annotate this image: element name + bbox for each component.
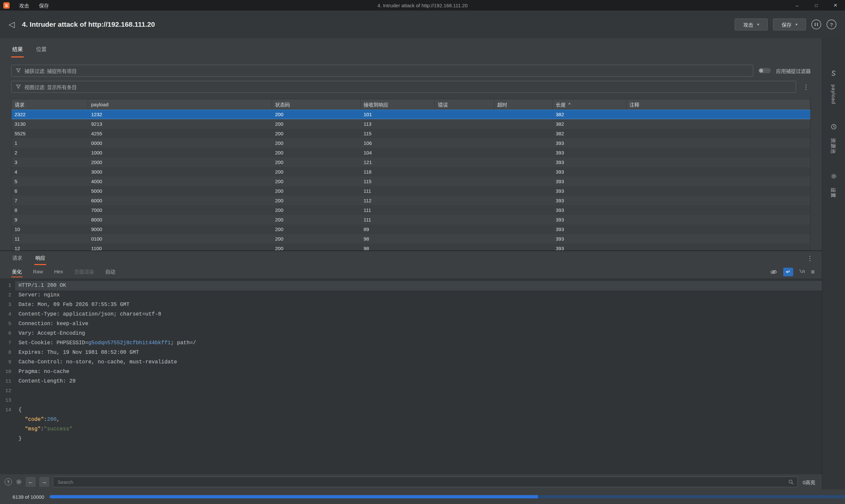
table-cell-error [435,110,494,119]
editor-tab-hex[interactable]: Hex [53,267,64,276]
gear-icon [16,479,22,485]
table-row[interactable]: 21000200104393 [12,148,810,158]
editor-tab-auto[interactable]: 自动 [105,266,116,277]
table-cell-received: 115 [360,177,435,186]
table-cell-request: 11 [12,234,88,244]
table-cell-status: 200 [272,177,360,186]
back-arrow-icon: ◁ [8,20,15,29]
table-row[interactable]: 31309213200113382 [12,119,810,129]
titlebar-menu-attack[interactable]: 攻击 [14,0,34,11]
column-header-2[interactable]: payload [88,100,272,109]
column-header-8[interactable]: 注释 [627,100,810,109]
column-header-5[interactable]: 错误 [435,100,494,109]
maximize-button[interactable]: □ [807,0,826,11]
table-row[interactable]: 76000200112393 [12,196,810,205]
table-cell-error [435,186,494,196]
table-row[interactable]: 87000200111393 [12,205,810,215]
table-row[interactable]: 23221232200101382 [12,110,810,119]
table-row[interactable]: 10900020089393 [12,224,810,234]
search-settings-button[interactable] [16,479,22,485]
close-button[interactable]: × [826,0,845,11]
view-filter-menu-button[interactable]: ⋮ [802,83,811,91]
table-cell-status: 200 [272,158,360,167]
clock-icon [830,123,837,130]
table-cell-status: 200 [272,129,360,138]
table-row[interactable]: 43000200118393 [12,167,810,177]
editor-tab-render: 页面渲染 [74,266,95,277]
table-cell-request: 6 [12,186,88,196]
app-window: S 攻击 保存 4. Intruder attack of http://192… [0,0,845,504]
tab-results[interactable]: 结果 [11,42,24,57]
table-row[interactable]: 11010020098393 [12,234,810,244]
page-title: 4. Intruder attack of http://192.168.111… [22,20,155,29]
pause-button[interactable] [811,19,821,29]
table-cell-error [435,196,494,205]
response-line: Content-Type: application/json; charset=… [15,310,822,319]
table-row[interactable]: 10000200106393 [12,138,810,148]
tab-request[interactable]: 请求 [11,252,23,265]
tab-response[interactable]: 响应 [34,252,46,265]
search-next-button[interactable]: → [39,477,49,487]
table-row[interactable]: 12110020098393 [12,244,810,250]
table-row[interactable]: 32000200121393 [12,158,810,167]
table-cell-request: 4 [12,167,88,177]
table-cell-timeout [494,205,553,215]
response-line: Server: nginx [15,290,822,300]
table-row[interactable]: 54000200115393 [12,177,810,186]
editor-menu-button[interactable]: ≡ [811,268,815,275]
editor-code: HTTP/1.1 200 OKServer: nginxDate: Mon, 0… [15,281,822,474]
view-filter-bar[interactable]: 视图过滤: 显示所有条目 [11,81,796,93]
response-menu-button[interactable]: ⋮ [805,254,815,262]
column-header-4[interactable]: 接收到响应 [360,100,435,109]
table-cell-request: 3130 [12,119,88,129]
save-dropdown-button[interactable]: 保存 ▾ [773,18,806,30]
attack-dropdown-button[interactable]: 攻击 ▾ [735,18,768,30]
table-row[interactable]: 98000200111393 [12,215,810,224]
search-input[interactable] [57,479,786,485]
titlebar-menu-save[interactable]: 保存 [34,0,54,11]
table-cell-status: 200 [272,138,360,148]
funnel-icon [16,85,21,89]
search-help-button[interactable]: ? [5,478,12,486]
response-editor[interactable]: 1234567891011121314 HTTP/1.1 200 OKServe… [0,279,822,474]
table-cell-timeout [494,167,553,177]
editor-tab-raw[interactable]: Raw [32,267,43,276]
right-rail: payload 资源池 设置 [822,38,845,489]
column-header-1[interactable]: 请求 [12,100,88,109]
request-progress-text: 6139 of 10000 [13,494,44,500]
rail-item-settings[interactable]: 设置 [830,173,837,198]
table-cell-timeout [494,110,553,119]
apply-capture-filter-toggle[interactable] [758,68,771,73]
table-row[interactable]: 65000200111393 [12,186,810,196]
capture-filter-bar[interactable]: 捕获过滤: 捕捉所有项目 [11,65,753,76]
table-cell-timeout [494,138,553,148]
table-cell-payload: 1232 [88,110,272,119]
wrap-icon: ↵ [786,269,790,275]
table-cell-received: 121 [360,158,435,167]
rail-label-settings: 设置 [830,187,837,198]
column-header-7[interactable]: 长度^ [553,100,627,109]
rail-item-payload[interactable]: payload [830,70,837,104]
table-row[interactable]: 55254255200115382 [12,129,810,138]
help-button[interactable]: ? [827,19,837,29]
response-line: Vary: Accept-Encoding [15,329,822,338]
minimize-button[interactable]: – [788,0,807,11]
table-cell-status: 200 [272,196,360,205]
word-wrap-toggle-button[interactable]: ↵ [783,268,793,276]
column-header-6[interactable]: 超时 [494,100,553,109]
column-header-3[interactable]: 状态码 [272,100,360,109]
show-newlines-button[interactable]: \n [799,269,805,275]
table-cell-error [435,205,494,215]
back-button[interactable]: ◁ [8,20,15,29]
table-cell-received: 115 [360,129,435,138]
table-cell-comment [627,205,810,215]
tab-positions[interactable]: 位置 [35,42,48,57]
table-cell-comment [627,244,810,250]
response-line: } [15,434,822,444]
rail-item-resource-pool[interactable]: 资源池 [830,123,837,154]
main-tab-bar: 结果 位置 [0,38,822,57]
table-cell-error [435,119,494,129]
hide-matches-button[interactable] [770,269,777,275]
editor-tab-pretty[interactable]: 美化 [11,266,22,277]
search-prev-button[interactable]: ← [26,477,36,487]
